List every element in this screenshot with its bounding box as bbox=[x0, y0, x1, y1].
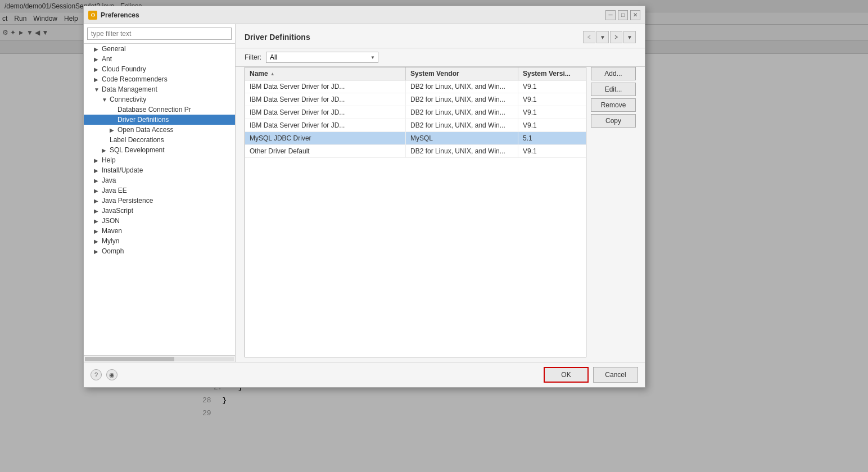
tree-item-datamanagement[interactable]: ▼ Data Management bbox=[84, 84, 235, 94]
column-header-name[interactable]: Name ▲ bbox=[245, 67, 406, 80]
filter-label: Filter: bbox=[245, 53, 261, 61]
driver-version-other: V9.1 bbox=[518, 145, 586, 157]
filter-select-wrapper: All bbox=[266, 52, 378, 63]
tree-scrollbar-thumb[interactable] bbox=[85, 357, 174, 361]
filter-select[interactable]: All bbox=[266, 52, 378, 63]
tree-scroll-area: ▶ General ▶ Ant ▶ Cloud Foundry ▶ Code R… bbox=[84, 44, 235, 355]
tree-item-json[interactable]: ▶ JSON bbox=[84, 216, 235, 226]
tree-label-dbconnection: Database Connection Pr bbox=[117, 106, 233, 114]
driver-table: Name ▲ System Vendor System Versi... IBM… bbox=[245, 67, 586, 357]
tree-item-dbconnection[interactable]: ▶ Database Connection Pr bbox=[84, 105, 235, 115]
tree-arrow-sqldevelopment: ▶ bbox=[102, 147, 110, 153]
cancel-button[interactable]: Cancel bbox=[593, 367, 638, 383]
column-version-label: System Versi... bbox=[523, 70, 571, 78]
driver-table-body: IBM Data Server Driver for JD... DB2 for… bbox=[245, 80, 586, 357]
tree-search-area bbox=[84, 24, 235, 44]
driver-name-ibm2: IBM Data Server Driver for JD... bbox=[245, 93, 406, 106]
tree-item-coderecommenders[interactable]: ▶ Code Recommenders bbox=[84, 74, 235, 84]
driver-row-mysql[interactable]: MySQL JDBC Driver MySQL 5.1 bbox=[245, 132, 586, 145]
driver-row-ibm3[interactable]: IBM Data Server Driver for JD... DB2 for… bbox=[245, 106, 586, 119]
add-button[interactable]: Add... bbox=[591, 67, 636, 80]
column-name-label: Name bbox=[250, 70, 268, 78]
dialog-footer: ? ◉ OK Cancel bbox=[84, 362, 645, 387]
copy-button[interactable]: Copy bbox=[591, 114, 636, 128]
tree-label-general: General bbox=[102, 45, 233, 53]
tree-label-ant: Ant bbox=[102, 55, 233, 63]
footer-help-area: ? ◉ bbox=[91, 369, 117, 380]
column-vendor-label: System Vendor bbox=[410, 70, 459, 78]
tree-item-general[interactable]: ▶ General bbox=[84, 44, 235, 54]
dialog-body: ▶ General ▶ Ant ▶ Cloud Foundry ▶ Code R… bbox=[84, 24, 645, 362]
tree-item-maven[interactable]: ▶ Maven bbox=[84, 226, 235, 236]
minimize-button[interactable]: ─ bbox=[605, 10, 616, 20]
forward-dropdown[interactable]: ▼ bbox=[623, 31, 636, 43]
driver-name-ibm4: IBM Data Server Driver for JD... bbox=[245, 119, 406, 131]
back-dropdown[interactable]: ▼ bbox=[596, 31, 609, 43]
tree-arrow-javaee: ▶ bbox=[94, 188, 102, 194]
tree-arrow-opendataaccess: ▶ bbox=[110, 127, 117, 133]
tree-label-mylyn: Mylyn bbox=[102, 237, 233, 245]
tree-list: ▶ General ▶ Ant ▶ Cloud Foundry ▶ Code R… bbox=[84, 44, 235, 355]
tree-label-coderecommenders: Code Recommenders bbox=[102, 75, 233, 83]
tree-arrow-coderecommenders: ▶ bbox=[94, 76, 102, 83]
column-header-version[interactable]: System Versi... bbox=[518, 67, 586, 80]
sort-arrow-icon: ▲ bbox=[270, 71, 275, 76]
driver-row-ibm4[interactable]: IBM Data Server Driver for JD... DB2 for… bbox=[245, 119, 586, 132]
tree-item-javascript[interactable]: ▶ JavaScript bbox=[84, 206, 235, 216]
driver-table-header: Name ▲ System Vendor System Versi... bbox=[245, 67, 586, 80]
forward-button[interactable] bbox=[610, 31, 622, 43]
driver-name-ibm3: IBM Data Server Driver for JD... bbox=[245, 106, 406, 119]
back-button[interactable] bbox=[583, 31, 595, 43]
restore-defaults-icon[interactable]: ◉ bbox=[106, 369, 117, 380]
tree-item-ant[interactable]: ▶ Ant bbox=[84, 54, 235, 64]
tree-item-connectivity[interactable]: ▼ Connectivity bbox=[84, 94, 235, 105]
close-button[interactable]: ✕ bbox=[630, 10, 640, 20]
tree-item-cloudfoundry[interactable]: ▶ Cloud Foundry bbox=[84, 64, 235, 74]
ok-button[interactable]: OK bbox=[544, 367, 589, 383]
tree-arrow-mylyn: ▶ bbox=[94, 238, 102, 244]
navigation-buttons: ▼ ▼ bbox=[583, 31, 636, 43]
tree-arrow-json: ▶ bbox=[94, 218, 102, 224]
driver-version-ibm1: V9.1 bbox=[518, 80, 586, 93]
tree-item-help[interactable]: ▶ Help bbox=[84, 155, 235, 165]
tree-item-mylyn[interactable]: ▶ Mylyn bbox=[84, 236, 235, 246]
tree-arrow-datamanagement: ▼ bbox=[94, 87, 102, 93]
tree-scrollbar-track[interactable] bbox=[85, 357, 234, 361]
tree-label-javapersistence: Java Persistence bbox=[102, 197, 233, 205]
tree-item-labeldecorations[interactable]: ▶ Label Decorations bbox=[84, 135, 235, 145]
tree-item-driverdefs[interactable]: ▶ Driver Definitions bbox=[84, 115, 235, 125]
tree-arrow-maven: ▶ bbox=[94, 228, 102, 234]
column-header-vendor[interactable]: System Vendor bbox=[406, 67, 518, 80]
driver-vendor-mysql: MySQL bbox=[406, 132, 518, 144]
restore-button[interactable]: □ bbox=[618, 10, 628, 20]
tree-arrow-connectivity: ▼ bbox=[102, 97, 110, 103]
driver-name-mysql: MySQL JDBC Driver bbox=[245, 132, 406, 144]
content-title: Driver Definitions bbox=[245, 33, 310, 42]
driver-name-ibm1: IBM Data Server Driver for JD... bbox=[245, 80, 406, 93]
driver-row-ibm2[interactable]: IBM Data Server Driver for JD... DB2 for… bbox=[245, 93, 586, 106]
tree-horizontal-scrollbar[interactable] bbox=[84, 355, 235, 362]
tree-item-installupdade[interactable]: ▶ Install/Update bbox=[84, 165, 235, 175]
tree-label-oomph: Oomph bbox=[102, 247, 233, 255]
tree-arrow-general: ▶ bbox=[94, 46, 102, 52]
tree-item-javaee[interactable]: ▶ Java EE bbox=[84, 185, 235, 196]
tree-label-labeldecorations: Label Decorations bbox=[110, 136, 233, 144]
tree-item-sqldevelopment[interactable]: ▶ SQL Development bbox=[84, 145, 235, 155]
tree-item-java[interactable]: ▶ Java bbox=[84, 175, 235, 185]
driver-vendor-other: DB2 for Linux, UNIX, and Win... bbox=[406, 145, 518, 157]
help-icon[interactable]: ? bbox=[91, 369, 102, 380]
edit-button[interactable]: Edit... bbox=[591, 83, 636, 96]
tree-arrow-java: ▶ bbox=[94, 178, 102, 184]
driver-vendor-ibm1: DB2 for Linux, UNIX, and Win... bbox=[406, 80, 518, 93]
tree-item-oomph[interactable]: ▶ Oomph bbox=[84, 246, 235, 256]
tree-panel: ▶ General ▶ Ant ▶ Cloud Foundry ▶ Code R… bbox=[84, 24, 236, 362]
remove-button[interactable]: Remove bbox=[591, 98, 636, 112]
driver-row-other[interactable]: Other Driver Default DB2 for Linux, UNIX… bbox=[245, 145, 586, 158]
tree-search-input[interactable] bbox=[87, 28, 232, 40]
tree-label-datamanagement: Data Management bbox=[102, 85, 233, 93]
driver-vendor-ibm4: DB2 for Linux, UNIX, and Win... bbox=[406, 119, 518, 131]
tree-item-opendataaccess[interactable]: ▶ Open Data Access bbox=[84, 125, 235, 135]
footer-action-buttons: OK Cancel bbox=[544, 367, 638, 383]
tree-item-javapersistence[interactable]: ▶ Java Persistence bbox=[84, 196, 235, 206]
driver-row-ibm1[interactable]: IBM Data Server Driver for JD... DB2 for… bbox=[245, 80, 586, 93]
